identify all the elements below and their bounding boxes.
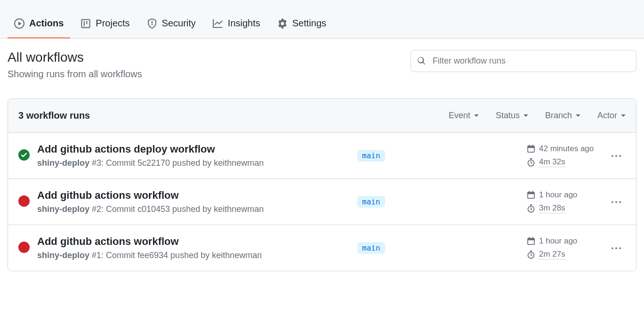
status-col — [18, 149, 37, 162]
tab-label: Actions — [29, 18, 64, 29]
run-actions-menu[interactable] — [607, 197, 626, 207]
run-time: 1 hour ago — [527, 190, 607, 200]
workflow-run-row: Add github actions deploy workflowshiny-… — [8, 133, 636, 179]
tab-settings[interactable]: Settings — [271, 12, 333, 39]
tab-label: Insights — [228, 18, 260, 29]
branch-pill[interactable]: main — [357, 242, 385, 254]
stopwatch-icon — [527, 251, 535, 259]
filter-actor[interactable]: Actor — [597, 111, 626, 121]
search-icon — [417, 57, 426, 65]
caret-down-icon — [523, 114, 528, 117]
branch-col: main — [357, 196, 527, 208]
workflow-run-row: Add github actions workflowshiny-deploy … — [8, 179, 636, 225]
status-col — [18, 195, 37, 208]
kebab-icon — [612, 151, 621, 161]
run-meta-rest: #3: Commit 5c22170 pushed by keithnewman — [89, 158, 264, 168]
page-header: All workflows Showing runs from all work… — [0, 39, 644, 83]
run-meta: shiny-deploy #1: Commit fee6934 pushed b… — [37, 251, 357, 260]
calendar-icon — [527, 237, 535, 245]
tab-actions[interactable]: Actions — [8, 12, 70, 39]
run-body: Add github actions deploy workflowshiny-… — [37, 143, 357, 168]
shield-icon — [147, 18, 157, 29]
search-input[interactable] — [411, 50, 636, 72]
workflow-run-row: Add github actions workflowshiny-deploy … — [8, 225, 636, 271]
run-meta: shiny-deploy #3: Commit 5c22170 pushed b… — [37, 158, 357, 168]
kebab-icon — [612, 197, 621, 207]
gear-icon — [277, 18, 288, 29]
filter-event[interactable]: Event — [449, 111, 479, 121]
success-check-icon — [18, 149, 30, 161]
run-duration: 3m 28s — [527, 203, 607, 213]
project-icon — [80, 18, 91, 29]
run-duration: 2m 27s — [527, 250, 607, 259]
run-actions-menu[interactable] — [607, 151, 626, 161]
caret-down-icon — [474, 114, 479, 117]
caret-down-icon — [621, 114, 626, 117]
calendar-icon — [527, 145, 535, 153]
run-title-link[interactable]: Add github actions deploy workflow — [37, 143, 357, 155]
page-subtitle: Showing runs from all workflows — [8, 69, 142, 80]
run-count-label: 3 workflow runs — [18, 110, 449, 121]
tab-label: Projects — [96, 18, 129, 29]
tab-insights[interactable]: Insights — [206, 12, 267, 39]
run-meta-rest: #1: Commit fee6934 pushed by keithnewman — [89, 251, 262, 260]
stopwatch-icon — [527, 158, 535, 167]
run-body: Add github actions workflowshiny-deploy … — [37, 189, 357, 214]
filter-status[interactable]: Status — [496, 111, 528, 121]
time-col: 1 hour ago2m 27s — [527, 236, 607, 259]
tab-projects[interactable]: Projects — [74, 12, 136, 39]
tab-label: Security — [162, 18, 196, 29]
time-col: 42 minutes ago4m 32s — [527, 144, 607, 167]
workflow-name[interactable]: shiny-deploy — [37, 158, 89, 168]
stopwatch-icon — [527, 204, 535, 213]
branch-col: main — [357, 242, 527, 254]
search-wrap — [411, 50, 636, 72]
run-meta: shiny-deploy #2: Commit c010453 pushed b… — [37, 204, 357, 214]
run-actions-menu[interactable] — [607, 243, 626, 253]
run-body: Add github actions workflowshiny-deploy … — [37, 235, 357, 260]
branch-pill[interactable]: main — [357, 150, 385, 162]
workflow-name[interactable]: shiny-deploy — [37, 204, 89, 214]
tab-security[interactable]: Security — [140, 12, 202, 39]
run-duration: 4m 32s — [527, 157, 607, 167]
time-col: 1 hour ago3m 28s — [527, 190, 607, 213]
repo-tabnav: ActionsProjectsSecurityInsightsSettings — [0, 0, 644, 39]
branch-col: main — [357, 150, 527, 162]
workflow-name[interactable]: shiny-deploy — [37, 251, 89, 260]
workflow-runs-box: 3 workflow runs EventStatusBranchActor A… — [8, 98, 636, 271]
run-meta-rest: #2: Commit c010453 pushed by keithnewman — [89, 204, 264, 214]
run-title-link[interactable]: Add github actions workflow — [37, 189, 357, 202]
filter-branch[interactable]: Branch — [545, 111, 580, 121]
caret-down-icon — [576, 114, 580, 117]
run-title-link[interactable]: Add github actions workflow — [37, 235, 357, 248]
list-header: 3 workflow runs EventStatusBranchActor — [8, 99, 636, 133]
branch-pill[interactable]: main — [357, 196, 385, 208]
run-time: 1 hour ago — [527, 236, 607, 246]
page-title: All workflows — [8, 50, 142, 65]
failure-x-icon — [18, 242, 30, 253]
calendar-icon — [527, 191, 535, 199]
failure-x-icon — [18, 195, 30, 207]
graph-icon — [213, 18, 223, 29]
run-time: 42 minutes ago — [527, 144, 607, 154]
status-col — [18, 242, 37, 254]
tab-label: Settings — [292, 18, 326, 29]
kebab-icon — [612, 243, 621, 253]
play-icon — [14, 18, 24, 29]
